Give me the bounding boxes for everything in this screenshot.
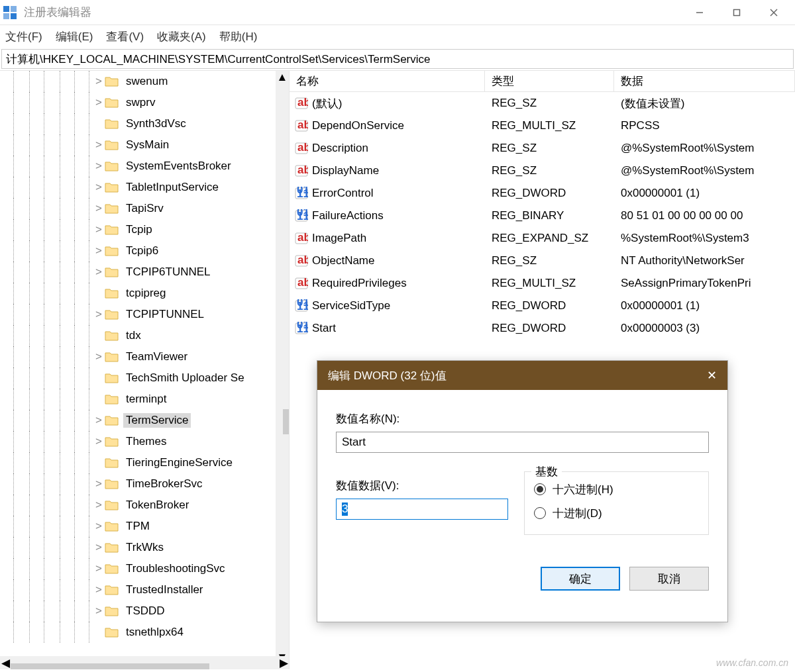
- dialog-titlebar[interactable]: 编辑 DWORD (32 位)值 ✕: [317, 361, 727, 390]
- tree-indent: [0, 516, 93, 537]
- menu-edit[interactable]: 编辑(E): [56, 29, 93, 44]
- tree-item[interactable]: >TabletInputService: [0, 177, 289, 198]
- ok-button[interactable]: 确定: [541, 567, 620, 591]
- expand-arrow-icon[interactable]: >: [93, 181, 105, 194]
- tree-item[interactable]: >TokenBroker: [0, 495, 289, 516]
- dialog-close-button[interactable]: ✕: [707, 368, 717, 383]
- tree-item[interactable]: >TPM: [0, 516, 289, 537]
- tree-item[interactable]: TechSmith Uploader Se: [0, 367, 289, 389]
- string-value-icon: [295, 232, 308, 245]
- expand-arrow-icon[interactable]: >: [93, 435, 105, 448]
- value-row[interactable]: ServiceSidTypeREG_DWORD0x00000001 (1): [290, 295, 795, 317]
- tree-item[interactable]: >TrustedInstaller: [0, 579, 289, 600]
- svg-rect-2: [3, 13, 9, 19]
- expand-arrow-icon[interactable]: >: [93, 160, 105, 173]
- maximize-button[interactable]: [718, 0, 755, 25]
- expand-arrow-icon[interactable]: >: [93, 604, 105, 618]
- folder-icon: [105, 457, 119, 469]
- value-row[interactable]: RequiredPrivilegesREG_MULTI_SZSeAssignPr…: [290, 272, 795, 295]
- expand-arrow-icon[interactable]: >: [93, 265, 105, 279]
- expand-arrow-icon[interactable]: >: [93, 244, 105, 258]
- tree-item[interactable]: >TCPIPTUNNEL: [0, 304, 289, 325]
- tree-item[interactable]: >TeamViewer: [0, 346, 289, 367]
- expand-arrow-icon[interactable]: >: [93, 308, 105, 321]
- tree-item[interactable]: >swprv: [0, 92, 289, 113]
- value-data: 0x00000001 (1): [614, 299, 795, 312]
- expand-arrow-icon[interactable]: >: [93, 499, 105, 512]
- value-type: REG_DWORD: [485, 299, 614, 312]
- minimize-button[interactable]: [681, 0, 718, 25]
- tree-indent: [0, 600, 93, 622]
- expand-arrow-icon[interactable]: >: [93, 583, 105, 597]
- data-input[interactable]: 3: [336, 499, 508, 520]
- tree-item[interactable]: TieringEngineService: [0, 452, 289, 473]
- tree-item-label: TCPIPTUNNEL: [123, 307, 207, 322]
- menubar: 文件(F) 编辑(E) 查看(V) 收藏夹(A) 帮助(H): [0, 25, 795, 48]
- tree-item[interactable]: Synth3dVsc: [0, 113, 289, 134]
- expand-arrow-icon[interactable]: >: [93, 223, 105, 236]
- value-row[interactable]: ObjectNameREG_SZNT Authority\NetworkSer: [290, 250, 795, 272]
- tree-item[interactable]: tdx: [0, 325, 289, 346]
- tree-item[interactable]: >SysMain: [0, 134, 289, 156]
- tree-item[interactable]: >TimeBrokerSvc: [0, 473, 289, 495]
- column-header-data[interactable]: 数据: [614, 71, 795, 91]
- column-header-type[interactable]: 类型: [485, 71, 614, 91]
- value-row[interactable]: StartREG_DWORD0x00000003 (3): [290, 317, 795, 340]
- column-header-name[interactable]: 名称: [290, 71, 485, 91]
- close-button[interactable]: [755, 0, 792, 25]
- expand-arrow-icon[interactable]: >: [93, 75, 105, 88]
- tree-item-label: TieringEngineService: [123, 456, 235, 470]
- menu-view[interactable]: 查看(V): [106, 29, 144, 44]
- expand-arrow-icon[interactable]: >: [93, 350, 105, 363]
- tree-item[interactable]: >Tcpip: [0, 219, 289, 240]
- menu-favorites[interactable]: 收藏夹(A): [157, 29, 206, 44]
- expand-arrow-icon[interactable]: >: [93, 520, 105, 533]
- tree-hscrollbar[interactable]: ◀ ▶: [0, 656, 289, 669]
- tree-vscrollbar[interactable]: ▲ ▼: [276, 71, 289, 656]
- expand-arrow-icon[interactable]: >: [93, 202, 105, 215]
- tree-item[interactable]: tcpipreg: [0, 283, 289, 304]
- value-row[interactable]: DescriptionREG_SZ@%SystemRoot%\System: [290, 137, 795, 160]
- value-name: DependOnService: [312, 119, 404, 132]
- tree-item[interactable]: terminpt: [0, 389, 289, 410]
- menu-help[interactable]: 帮助(H): [219, 29, 258, 44]
- tree-item[interactable]: >Tcpip6: [0, 240, 289, 262]
- tree-item-label: tcpipreg: [123, 286, 168, 301]
- tree-item[interactable]: >SystemEventsBroker: [0, 156, 289, 177]
- cancel-button[interactable]: 取消: [629, 567, 709, 591]
- tree-item[interactable]: >TCPIP6TUNNEL: [0, 262, 289, 283]
- expand-arrow-icon[interactable]: >: [93, 477, 105, 491]
- tree-item-label: TrkWks: [123, 540, 166, 555]
- menu-file[interactable]: 文件(F): [5, 29, 42, 44]
- expand-arrow-icon[interactable]: >: [93, 96, 105, 109]
- expand-arrow-icon[interactable]: >: [93, 562, 105, 575]
- tree-item[interactable]: >TroubleshootingSvc: [0, 558, 289, 579]
- tree-item[interactable]: >TSDDD: [0, 600, 289, 622]
- value-row[interactable]: DisplayNameREG_SZ@%SystemRoot%\System: [290, 160, 795, 182]
- base-legend: 基数: [531, 464, 562, 479]
- value-row[interactable]: ErrorControlREG_DWORD0x00000001 (1): [290, 182, 795, 205]
- name-input[interactable]: [336, 432, 709, 453]
- tree-item[interactable]: >swenum: [0, 71, 289, 92]
- value-row[interactable]: (默认)REG_SZ(数值未设置): [290, 92, 795, 115]
- tree-item[interactable]: >Themes: [0, 431, 289, 452]
- tree-item[interactable]: >TermService: [0, 410, 289, 431]
- string-value-icon: [295, 277, 308, 290]
- tree-item-label: TermService: [123, 413, 191, 428]
- address-bar[interactable]: 计算机\HKEY_LOCAL_MACHINE\SYSTEM\CurrentCon…: [1, 49, 794, 69]
- value-row[interactable]: FailureActionsREG_BINARY80 51 01 00 00 0…: [290, 205, 795, 227]
- tree-scroll[interactable]: >swenum>swprvSynth3dVsc>SysMain>SystemEv…: [0, 71, 289, 655]
- value-row[interactable]: DependOnServiceREG_MULTI_SZRPCSS: [290, 115, 795, 137]
- value-type: REG_SZ: [485, 97, 614, 110]
- tree-item[interactable]: >TapiSrv: [0, 198, 289, 219]
- expand-arrow-icon[interactable]: >: [93, 138, 105, 152]
- value-row[interactable]: ImagePathREG_EXPAND_SZ%SystemRoot%\Syste…: [290, 227, 795, 250]
- value-name: ObjectName: [312, 254, 374, 267]
- radio-hex[interactable]: 十六进制(H): [534, 477, 699, 501]
- tree-item-label: tdx: [123, 328, 144, 343]
- expand-arrow-icon[interactable]: >: [93, 541, 105, 554]
- tree-item[interactable]: >TrkWks: [0, 537, 289, 558]
- radio-dec[interactable]: 十进制(D): [534, 501, 699, 525]
- tree-item[interactable]: tsnethlpx64: [0, 622, 289, 643]
- expand-arrow-icon[interactable]: >: [93, 414, 105, 427]
